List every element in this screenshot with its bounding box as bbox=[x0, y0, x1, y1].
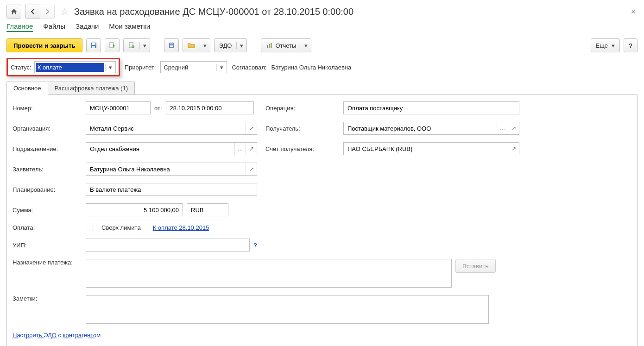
svg-rect-11 bbox=[269, 44, 270, 48]
uip-help-icon[interactable]: ? bbox=[253, 242, 257, 249]
purpose-label: Назначение платежа: bbox=[13, 259, 77, 266]
svg-rect-1 bbox=[92, 43, 95, 45]
open-icon[interactable]: ↗ bbox=[246, 143, 257, 155]
nav-notes[interactable]: Мои заметки bbox=[109, 22, 150, 32]
recip-acc-field[interactable]: ↗ bbox=[343, 142, 519, 155]
post-icon bbox=[108, 42, 116, 49]
arrow-right-icon bbox=[44, 8, 51, 15]
forward-button[interactable] bbox=[40, 5, 55, 19]
approver-label: Согласовал: bbox=[232, 64, 266, 71]
arrow-left-icon bbox=[30, 8, 36, 15]
create-based-on-button[interactable]: ▾ bbox=[123, 38, 150, 52]
recipient-field[interactable]: … ↗ bbox=[343, 122, 519, 135]
post-and-close-button[interactable]: Провести и закрыть bbox=[6, 38, 82, 52]
svg-rect-10 bbox=[267, 45, 268, 48]
recipient-label: Получатель: bbox=[265, 125, 335, 132]
priority-label: Приоритет: bbox=[125, 64, 156, 71]
org-field[interactable]: ↗ bbox=[86, 122, 257, 135]
reports-label: Отчеты bbox=[275, 42, 296, 49]
home-button[interactable] bbox=[6, 5, 21, 19]
planning-label: Планирование: bbox=[13, 186, 77, 193]
dept-field[interactable]: … ↗ bbox=[86, 142, 257, 155]
folder-icon bbox=[188, 42, 195, 49]
over-limit-label: Сверх лимита bbox=[101, 224, 141, 231]
number-label: Номер: bbox=[13, 105, 77, 112]
caret-down-icon: ▾ bbox=[301, 42, 311, 49]
close-icon[interactable]: × bbox=[629, 7, 638, 17]
insert-button[interactable]: Вставить bbox=[455, 259, 496, 273]
home-icon bbox=[10, 8, 18, 15]
approver-value: Батурина Ольга Николаевна bbox=[271, 64, 351, 71]
chart-icon bbox=[266, 42, 272, 49]
date-field[interactable] bbox=[166, 101, 254, 114]
number-field[interactable] bbox=[86, 101, 151, 114]
pay-date-link[interactable]: К оплате 28.10.2015 bbox=[153, 224, 209, 231]
nav-tasks[interactable]: Задачи bbox=[76, 22, 99, 32]
page-title: Заявка на расходование ДС МСЦУ-000001 от… bbox=[74, 6, 354, 17]
payment-label: Оплата: bbox=[13, 224, 77, 231]
operation-label: Операция: bbox=[265, 105, 335, 112]
sum-label: Сумма: bbox=[13, 207, 77, 214]
svg-rect-7 bbox=[170, 44, 173, 44]
notes-label: Заметки: bbox=[13, 295, 77, 302]
notes-textarea[interactable] bbox=[86, 295, 489, 324]
sum-field[interactable] bbox=[86, 203, 183, 216]
planning-field[interactable] bbox=[86, 183, 257, 196]
caret-down-icon: ▾ bbox=[200, 42, 210, 49]
structure-button[interactable] bbox=[164, 38, 179, 52]
caret-down-icon: ▾ bbox=[216, 64, 227, 71]
status-select[interactable]: К оплате ▾ bbox=[34, 61, 116, 73]
svg-rect-3 bbox=[110, 43, 114, 48]
open-icon[interactable]: ↗ bbox=[508, 122, 519, 134]
ellipsis-icon[interactable]: … bbox=[234, 143, 246, 155]
recip-acc-label: Счет получателя: bbox=[265, 145, 335, 152]
back-button[interactable] bbox=[25, 5, 40, 19]
reports-button[interactable]: Отчеты ▾ bbox=[261, 38, 311, 52]
favorite-star-icon[interactable]: ☆ bbox=[58, 6, 70, 17]
svg-rect-2 bbox=[92, 46, 95, 48]
edo-setup-link[interactable]: Настроить ЭДО с контрагентом bbox=[13, 332, 101, 339]
over-limit-checkbox[interactable] bbox=[86, 224, 93, 231]
date-label: от: bbox=[154, 105, 162, 112]
applicant-label: Заявитель: bbox=[13, 166, 77, 173]
tab-main[interactable]: Основное bbox=[6, 82, 48, 95]
caret-down-icon: ▾ bbox=[139, 42, 150, 49]
status-label: Статус: bbox=[11, 64, 32, 71]
open-icon[interactable]: ↗ bbox=[508, 143, 519, 155]
dept-label: Подразделение: bbox=[13, 145, 77, 152]
priority-select[interactable]: Средний ▾ bbox=[160, 61, 227, 73]
svg-rect-9 bbox=[170, 46, 173, 47]
org-label: Организация: bbox=[13, 125, 77, 132]
nav-files[interactable]: Файлы bbox=[43, 22, 65, 32]
save-icon bbox=[90, 42, 97, 49]
tab-detail[interactable]: Расшифровка платежа (1) bbox=[48, 82, 135, 95]
caret-down-icon: ▾ bbox=[612, 42, 615, 49]
currency-field[interactable] bbox=[187, 203, 228, 216]
help-button[interactable]: ? bbox=[624, 38, 638, 52]
more-label: Еще bbox=[596, 42, 608, 49]
priority-value: Средний bbox=[161, 64, 216, 71]
nav-main[interactable]: Главное bbox=[6, 22, 33, 32]
ellipsis-icon[interactable]: … bbox=[497, 122, 508, 134]
doc-icon bbox=[128, 42, 135, 49]
edo-button[interactable]: ЭДО ▾ bbox=[214, 38, 247, 52]
svg-rect-8 bbox=[170, 45, 173, 46]
main-panel: Номер: от: Операция: Организация: ↗ Полу… bbox=[6, 94, 638, 346]
purpose-textarea[interactable] bbox=[86, 259, 452, 288]
svg-rect-12 bbox=[271, 43, 272, 48]
print-button[interactable]: ▾ bbox=[183, 38, 210, 52]
post-button[interactable] bbox=[105, 38, 120, 52]
uip-label: УИП: bbox=[13, 242, 77, 249]
caret-down-icon: ▾ bbox=[236, 42, 246, 49]
open-icon[interactable]: ↗ bbox=[246, 163, 257, 175]
list-icon bbox=[168, 42, 175, 49]
open-icon[interactable]: ↗ bbox=[246, 122, 257, 134]
applicant-field[interactable]: ↗ bbox=[86, 163, 257, 176]
operation-field[interactable] bbox=[343, 101, 519, 114]
uip-field[interactable] bbox=[86, 239, 250, 252]
save-button[interactable] bbox=[86, 38, 101, 52]
more-button[interactable]: Еще ▾ bbox=[591, 38, 620, 52]
status-value: К оплате bbox=[36, 63, 104, 72]
caret-down-icon: ▾ bbox=[105, 64, 115, 71]
